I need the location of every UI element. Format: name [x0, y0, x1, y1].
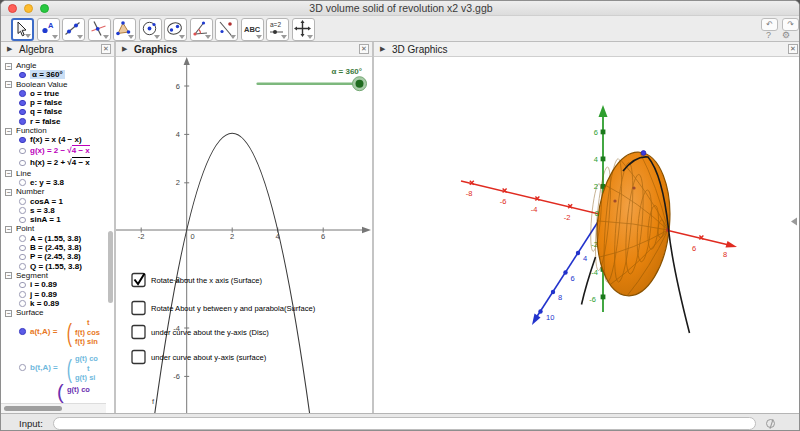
algebra-item[interactable]: cosA = 1	[1, 197, 114, 206]
algebra-item[interactable]: B = (2.45, 3.8)	[1, 243, 114, 252]
collapse-section-icon[interactable]: −	[5, 189, 12, 196]
collapse-section-icon[interactable]: −	[5, 310, 12, 317]
algebra-item[interactable]: A = (1.55, 3.8)	[1, 234, 114, 243]
tool-dropdown-icon[interactable]	[128, 35, 134, 39]
tool-dropdown-icon[interactable]	[103, 35, 109, 39]
revolution-surface[interactable]	[589, 149, 676, 299]
algebra-section[interactable]: −Point	[1, 224, 114, 233]
algebra-section[interactable]: −Boolean Value	[1, 80, 114, 89]
text-tool-button[interactable]: ABC	[241, 18, 264, 41]
algebra-item[interactable]: p = false	[1, 98, 114, 107]
tool-dropdown-icon[interactable]	[179, 35, 185, 39]
checkbox-under-curve-surface[interactable]: under curve about y-axis (surface)	[132, 351, 267, 364]
tool-dropdown-icon[interactable]	[52, 35, 58, 39]
algebra-section[interactable]: −Surface	[1, 308, 114, 317]
algebra-item-surface-c[interactable]: ( g(t) co	[1, 383, 114, 399]
visibility-marble-icon[interactable]	[19, 109, 26, 116]
3d-graphics-close-button[interactable]: ✕	[788, 44, 798, 54]
visibility-marble-icon[interactable]	[19, 148, 26, 155]
move-tool-button[interactable]	[11, 18, 34, 41]
algebra-item[interactable]: q = false	[1, 107, 114, 116]
settings-button[interactable]: ⚙	[782, 30, 790, 40]
algebra-item[interactable]: P = (2.45, 3.8)	[1, 252, 114, 261]
help-button[interactable]: ?	[766, 30, 771, 40]
visibility-marble-icon[interactable]	[19, 282, 26, 289]
algebra-item[interactable]: i = 0.89	[1, 280, 114, 289]
visibility-marble-icon[interactable]	[19, 245, 26, 252]
checkbox-rotate-y-between[interactable]: Rotate About y between y and parabola(Su…	[132, 302, 316, 315]
input-help-icon[interactable]	[766, 419, 775, 428]
algebra-item[interactable]: r = false	[1, 117, 114, 126]
tool-dropdown-icon[interactable]	[281, 35, 287, 39]
visibility-marble-icon[interactable]	[19, 254, 26, 261]
algebra-section[interactable]: −Angle	[1, 61, 114, 70]
undo-button[interactable]: ↶	[761, 18, 778, 31]
tool-dropdown-icon[interactable]	[307, 35, 313, 39]
graphics-close-button[interactable]: ✕	[359, 44, 369, 54]
panel-caret-icon[interactable]: ▶	[380, 45, 385, 53]
algebra-section[interactable]: −Line	[1, 169, 114, 178]
visibility-marble-icon[interactable]	[19, 160, 26, 167]
visibility-marble-icon[interactable]	[19, 263, 26, 270]
slider-tool-button[interactable]: a=2	[266, 18, 289, 41]
visibility-marble-icon[interactable]	[19, 137, 26, 144]
visibility-marble-icon[interactable]	[19, 72, 26, 79]
checkbox-under-curve-disc[interactable]: under curve about the y-axis (Disc)	[132, 326, 269, 339]
algebra-item[interactable]: j = 0.89	[1, 290, 114, 299]
visibility-marble-icon[interactable]	[19, 90, 26, 97]
perpendicular-line-tool-button[interactable]	[88, 18, 111, 41]
point-tool-button[interactable]: A	[37, 18, 60, 41]
circle-tool-button[interactable]	[139, 18, 162, 41]
visibility-marble-icon[interactable]	[19, 100, 26, 107]
visibility-marble-icon[interactable]	[19, 198, 26, 205]
polygon-tool-button[interactable]	[113, 18, 136, 41]
curve-point[interactable]	[641, 151, 646, 156]
tool-dropdown-icon[interactable]	[256, 35, 262, 39]
collapse-section-icon[interactable]: −	[5, 170, 12, 177]
reflect-tool-button[interactable]	[215, 18, 238, 41]
panel-collapse-arrow-icon[interactable]	[791, 218, 797, 226]
3d-graphics-view[interactable]: -8 -6 -4 -2 6 8 -2	[374, 57, 800, 413]
algebra-item[interactable]: α = 360°	[1, 70, 114, 79]
algebra-item[interactable]: f(x) = x (4 − x)	[1, 135, 114, 144]
algebra-item[interactable]: g(x) = 2 − √4 − x	[1, 145, 114, 157]
conic-tool-button[interactable]	[164, 18, 187, 41]
visibility-marble-icon[interactable]	[19, 291, 26, 298]
tool-dropdown-icon[interactable]	[205, 35, 211, 39]
algebra-section[interactable]: −Segment	[1, 271, 114, 280]
visibility-marble-icon[interactable]	[19, 179, 26, 186]
angle-tool-button[interactable]	[190, 18, 213, 41]
collapse-section-icon[interactable]: −	[5, 272, 12, 279]
tool-dropdown-icon[interactable]	[154, 35, 160, 39]
collapse-section-icon[interactable]: −	[5, 81, 12, 88]
algebra-item[interactable]: sinA = 1	[1, 215, 114, 224]
scrollbar-thumb[interactable]	[4, 406, 62, 411]
checkbox-rotate-x-axis[interactable]: Rotate about the x axis (Surface)	[132, 274, 262, 287]
collapse-section-icon[interactable]: −	[5, 128, 12, 135]
algebra-section[interactable]: −Function	[1, 126, 114, 135]
algebra-vertical-scrollbar[interactable]	[108, 231, 113, 303]
algebra-item[interactable]: e: y = 3.8	[1, 178, 114, 187]
visibility-marble-icon[interactable]	[19, 300, 26, 307]
visibility-marble-icon[interactable]	[19, 364, 26, 371]
visibility-marble-icon[interactable]	[19, 328, 26, 335]
alpha-slider[interactable]: α = 360°	[258, 67, 367, 91]
algebra-horizontal-scrollbar[interactable]	[1, 403, 106, 413]
input-field[interactable]	[53, 417, 756, 430]
algebra-item[interactable]: h(x) = 2 + √4 − x	[1, 157, 114, 169]
graphics-view[interactable]: -2 0 2 4 6 6 4 2 -2 -4 -6 f α = 360°	[116, 57, 372, 413]
algebra-item-surface-b[interactable]: b(t,A) = ( g(t) co t g(t) si	[1, 353, 114, 383]
panel-caret-icon[interactable]: ▶	[7, 45, 12, 53]
collapse-section-icon[interactable]: −	[5, 63, 12, 70]
algebra-section[interactable]: −Number	[1, 187, 114, 196]
algebra-close-button[interactable]: ✕	[101, 44, 111, 54]
visibility-marble-icon[interactable]	[19, 118, 26, 125]
move-view-tool-button[interactable]	[292, 18, 315, 41]
algebra-item[interactable]: s = 3.8	[1, 206, 114, 215]
visibility-marble-icon[interactable]	[19, 217, 26, 224]
algebra-item[interactable]: Q = (1.55, 3.8)	[1, 262, 114, 271]
algebra-item-surface-a[interactable]: a(t,A) = ( t f(t) cos f(t) sin	[1, 317, 114, 347]
collapse-section-icon[interactable]: −	[5, 226, 12, 233]
visibility-marble-icon[interactable]	[19, 207, 26, 214]
panel-caret-icon[interactable]: ▶	[122, 45, 127, 53]
